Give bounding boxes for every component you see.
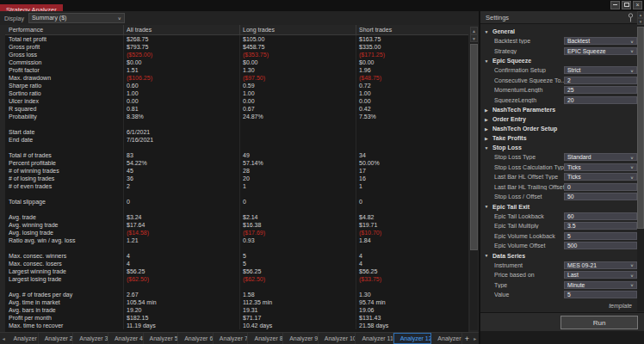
- table-row[interactable]: Largest winning trade $56.25 $56.25 $56.…: [5, 267, 468, 275]
- table-row[interactable]: Largest losing trade ($62.50) ($62.50) (…: [5, 275, 468, 283]
- field-control[interactable]: Standard ∨: [564, 153, 637, 161]
- table-row[interactable]: # of winning trades 45 28 17: [5, 167, 468, 175]
- table-row[interactable]: Commission $0.00 $0.00 $0.00: [5, 58, 468, 66]
- analyzer-tab[interactable]: Analyzer 5: [144, 333, 179, 344]
- col-long-trades[interactable]: Long trades: [239, 25, 356, 34]
- field-control[interactable]: 0 ∨: [564, 183, 637, 191]
- table-row[interactable]: Profit per month $182.15 $71.17 $131.43: [5, 314, 468, 322]
- section-header[interactable]: Take Profits: [480, 133, 637, 143]
- field-control[interactable]: 5 ∨: [564, 291, 637, 298]
- section-header[interactable]: General: [480, 27, 637, 36]
- table-scrollbar[interactable]: ▲ ▼: [470, 27, 478, 330]
- analyzer-tab[interactable]: Analyzer 11: [356, 333, 393, 344]
- run-button[interactable]: Run: [560, 316, 638, 329]
- add-tab-button[interactable]: +: [462, 333, 471, 344]
- scroll-up-icon[interactable]: ▲: [637, 11, 644, 18]
- section-header[interactable]: Epic Squeeze: [480, 56, 637, 65]
- tab-scroll-left-icon[interactable]: ◄: [0, 333, 8, 344]
- scroll-down-icon[interactable]: ▼: [637, 18, 644, 25]
- pin-icon[interactable]: [628, 13, 634, 24]
- table-row[interactable]: Max. time to recover 11.19 days 10.42 da…: [5, 322, 468, 329]
- table-row[interactable]: Sharpe ratio 0.60 0.59 0.72: [5, 82, 468, 89]
- table-row[interactable]: Max. drawdown ($106.25) ($97.50) ($48.75…: [5, 74, 468, 82]
- table-row[interactable]: [5, 190, 468, 198]
- table-row[interactable]: Ulcer index 0.00 0.00 0.00: [5, 97, 468, 105]
- field-control[interactable]: 500 ∨: [564, 242, 637, 249]
- analyzer-tab[interactable]: Analyzer 3: [73, 333, 108, 344]
- table-row[interactable]: [5, 283, 468, 291]
- display-dropdown[interactable]: Summary ($) ∨: [28, 13, 125, 23]
- field-control[interactable]: 50 ∨: [564, 193, 637, 200]
- table-row[interactable]: Total # of trades 83 49 34: [5, 151, 468, 159]
- table-row[interactable]: Avg. losing trade ($14.58) ($17.69) ($10…: [5, 229, 468, 236]
- table-row[interactable]: Sortino ratio 1.00 1.00 1.00: [5, 89, 468, 97]
- table-row[interactable]: Avg. trade $3.24 $2.14 $4.82: [5, 213, 468, 221]
- field-control[interactable]: 3.5 ∨: [564, 222, 637, 230]
- table-row[interactable]: Avg. time in market 105.54 min 112.35 mi…: [5, 298, 468, 306]
- table-row[interactable]: [5, 244, 468, 252]
- section-header[interactable]: Stop Loss: [480, 143, 637, 152]
- table-row[interactable]: End date 7/16/2021: [5, 136, 468, 144]
- table-row[interactable]: Start date 6/1/2021: [5, 128, 468, 136]
- restore-icon[interactable]: [622, 1, 631, 9]
- field-control[interactable]: EPIC Squeeze ∨: [564, 47, 637, 55]
- section-header[interactable]: Epic Tail Exit: [480, 202, 637, 212]
- field-control[interactable]: 20 ∨: [564, 96, 637, 104]
- scroll-up-icon[interactable]: ▲: [470, 27, 478, 34]
- table-row[interactable]: Gross loss ($525.00) ($353.75) ($171.25): [5, 51, 468, 58]
- settings-scrollbar-thumb[interactable]: [637, 27, 644, 229]
- col-performance[interactable]: Performance: [5, 25, 123, 34]
- scroll-down-icon[interactable]: ▼: [470, 34, 478, 42]
- table-row[interactable]: Profit factor 1.51 1.30 1.96: [5, 66, 468, 74]
- tab-scroll-right-icon[interactable]: ►: [472, 333, 480, 344]
- minimize-icon[interactable]: [610, 1, 620, 9]
- table-row[interactable]: Total slippage 0 0 0: [5, 198, 468, 206]
- field-control[interactable]: 25 ∨: [564, 86, 637, 94]
- analyzer-tab[interactable]: Analyzer 8: [248, 333, 283, 344]
- field-control[interactable]: Ticks ∨: [564, 173, 637, 181]
- field-control[interactable]: 2 ∨: [564, 77, 637, 84]
- analyzer-tab[interactable]: Analyzer 10: [319, 333, 356, 344]
- analyzer-tab[interactable]: Analyzer: [8, 333, 39, 344]
- table-row[interactable]: Total net profit $268.75 $105.00 $163.75: [5, 35, 468, 43]
- analyzer-tab[interactable]: Analyzer 2: [39, 333, 74, 344]
- section-header[interactable]: NashTech Parameters: [480, 105, 637, 114]
- field-control[interactable]: Last ∨: [564, 271, 637, 279]
- table-row[interactable]: [5, 206, 468, 213]
- settings-scrollbar[interactable]: ▲ ▼: [637, 11, 644, 311]
- section-header[interactable]: Data Series: [480, 251, 637, 261]
- table-row[interactable]: Max. consec. losers 4 5 4: [5, 260, 468, 267]
- table-row[interactable]: Max. consec. winners 4 5 4: [5, 252, 468, 260]
- analyzer-tab[interactable]: Analyzer 4: [108, 333, 144, 344]
- table-row[interactable]: Gross profit $793.75 $458.75 $335.00: [5, 43, 468, 51]
- field-control[interactable]: Ticks ∨: [564, 163, 637, 171]
- field-control[interactable]: 60 ∨: [564, 212, 637, 220]
- analyzer-tab[interactable]: Analyzer 6: [178, 333, 214, 344]
- table-row[interactable]: Probability 8.38% 24.87% 7.53%: [5, 113, 468, 120]
- analyzer-tab[interactable]: Analyzer: [431, 333, 462, 344]
- table-row[interactable]: Ratio avg. win / avg. loss 1.21 0.93 1.8…: [5, 236, 468, 244]
- table-row[interactable]: Avg. winning trade $17.64 $16.38 $19.71: [5, 221, 468, 229]
- table-row[interactable]: # of even trades 2 1 1: [5, 182, 468, 190]
- table-row[interactable]: [5, 120, 468, 128]
- field-control[interactable]: Minute ∨: [564, 281, 637, 289]
- table-row[interactable]: Avg. # of trades per day 2.67 1.58 1.30: [5, 291, 468, 298]
- analyzer-tab[interactable]: Analyzer 7: [214, 333, 249, 344]
- col-all-trades[interactable]: All trades: [123, 25, 239, 34]
- col-short-trades[interactable]: Short trades: [356, 25, 468, 34]
- field-control[interactable]: Strict ∨: [564, 66, 637, 74]
- section-header[interactable]: Order Entry: [480, 114, 637, 124]
- table-row[interactable]: [5, 144, 468, 151]
- field-control[interactable]: 5 ∨: [564, 232, 637, 240]
- table-row[interactable]: R squared 0.81 0.67 0.42: [5, 105, 468, 113]
- table-row[interactable]: Avg. bars in trade 19.20 19.31 19.06: [5, 306, 468, 314]
- close-icon[interactable]: [633, 1, 642, 9]
- section-header[interactable]: NashTech Order Setup: [480, 124, 637, 133]
- field-control[interactable]: MES 09-21 ∨: [564, 261, 637, 269]
- table-row[interactable]: Percent profitable 54.22% 57.14% 50.00%: [5, 159, 468, 167]
- table-scrollbar-thumb[interactable]: [470, 44, 478, 250]
- field-control[interactable]: Backtest ∨: [564, 37, 637, 45]
- template-link[interactable]: template: [480, 300, 637, 309]
- analyzer-tab[interactable]: Analyzer 12: [393, 333, 432, 344]
- table-row[interactable]: # of losing trades 36 20 16: [5, 175, 468, 182]
